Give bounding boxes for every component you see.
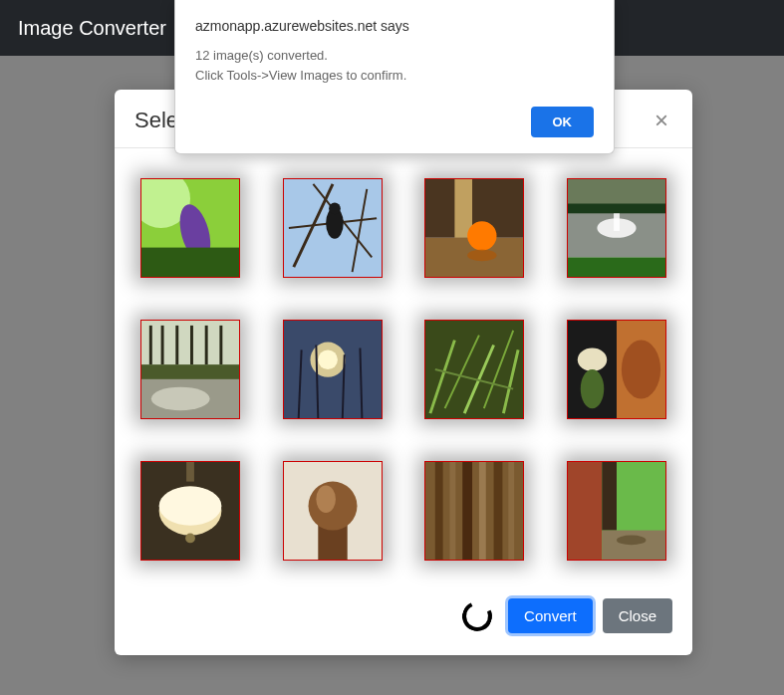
svg-rect-24 xyxy=(161,326,164,364)
svg-point-10 xyxy=(329,203,341,215)
image-icon xyxy=(568,179,665,277)
image-icon xyxy=(284,462,382,560)
convert-button[interactable]: Convert xyxy=(508,598,593,633)
svg-point-55 xyxy=(185,534,195,544)
svg-rect-21 xyxy=(614,213,620,231)
thumbnail-wood-books[interactable] xyxy=(424,461,524,561)
thumbnail-grid xyxy=(134,178,672,561)
modal-body xyxy=(115,148,692,580)
image-icon xyxy=(568,462,665,560)
thumbnail-grass-closeup[interactable] xyxy=(424,320,524,419)
image-icon xyxy=(141,321,239,418)
svg-rect-26 xyxy=(190,326,193,364)
svg-rect-3 xyxy=(141,248,239,277)
spinner-icon xyxy=(458,596,496,634)
image-icon xyxy=(425,179,523,277)
image-icon xyxy=(284,179,382,277)
svg-point-71 xyxy=(617,536,646,546)
alert-ok-button[interactable]: OK xyxy=(531,107,595,137)
alert-line1: 12 image(s) converted. xyxy=(195,46,594,66)
svg-rect-27 xyxy=(205,326,208,364)
svg-rect-28 xyxy=(219,326,222,364)
svg-point-48 xyxy=(577,348,606,371)
alert-actions: OK xyxy=(195,107,594,137)
svg-rect-64 xyxy=(479,462,486,560)
svg-point-15 xyxy=(467,250,496,262)
thumbnail-bird-branches[interactable] xyxy=(283,178,383,278)
image-icon xyxy=(141,462,239,560)
app-title: Image Converter xyxy=(18,17,166,40)
svg-rect-70 xyxy=(602,531,665,560)
svg-point-59 xyxy=(316,486,336,513)
thumbnail-sunset-reeds[interactable] xyxy=(283,320,383,419)
thumbnail-banister-knob[interactable] xyxy=(283,461,383,561)
image-icon xyxy=(284,321,382,418)
svg-rect-62 xyxy=(450,462,456,560)
svg-rect-63 xyxy=(462,462,472,560)
svg-rect-39 xyxy=(425,321,523,418)
alert-origin: azmonapp.azurewebsites.net says xyxy=(195,18,594,34)
svg-point-31 xyxy=(151,387,210,411)
svg-rect-66 xyxy=(508,462,514,560)
close-button[interactable]: Close xyxy=(603,598,672,633)
alert-message: 12 image(s) converted. Click Tools->View… xyxy=(195,46,594,85)
svg-rect-61 xyxy=(435,462,443,560)
thumbnail-flower-purple[interactable] xyxy=(140,178,240,278)
svg-rect-68 xyxy=(568,462,602,560)
modal-footer: Convert Close xyxy=(115,580,692,655)
svg-point-54 xyxy=(159,487,222,526)
image-icon xyxy=(425,321,523,418)
thumbnail-lizard-wall[interactable] xyxy=(567,461,666,561)
thumbnail-lamp-ceiling[interactable] xyxy=(140,461,240,561)
thumbnail-fountain-park[interactable] xyxy=(567,178,666,278)
svg-rect-19 xyxy=(568,257,665,277)
modal-close-button[interactable]: × xyxy=(651,109,672,132)
svg-rect-23 xyxy=(149,326,152,364)
image-select-modal: Sele × xyxy=(115,90,692,655)
svg-rect-25 xyxy=(175,326,178,364)
image-icon xyxy=(568,321,665,418)
svg-point-50 xyxy=(621,341,659,399)
modal-title: Sele xyxy=(134,108,178,133)
svg-point-49 xyxy=(580,369,604,408)
svg-rect-69 xyxy=(602,462,617,531)
svg-point-14 xyxy=(467,221,496,250)
image-icon xyxy=(425,462,523,560)
thumbnail-food-dish[interactable] xyxy=(567,320,666,419)
alert-line2: Click Tools->View Images to confirm. xyxy=(195,66,594,86)
thumbnail-orange-table[interactable] xyxy=(424,178,524,278)
thumbnail-forest-stream[interactable] xyxy=(140,320,240,419)
browser-alert: azmonapp.azurewebsites.net says 12 image… xyxy=(174,0,615,154)
svg-point-34 xyxy=(318,349,338,369)
image-icon xyxy=(141,179,239,277)
svg-rect-52 xyxy=(186,462,194,482)
svg-rect-65 xyxy=(494,462,503,560)
